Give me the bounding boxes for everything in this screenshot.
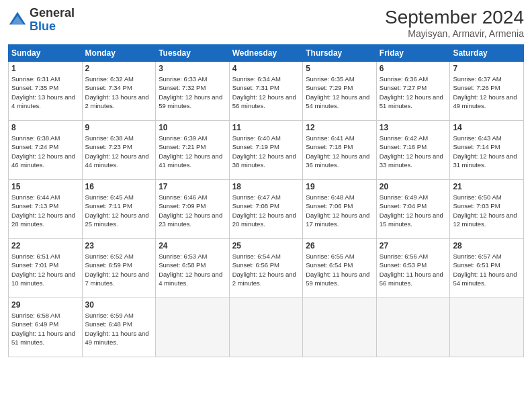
title-section: September 2024 Mayisyan, Armavir, Armeni… — [385, 7, 524, 39]
day-number: 4 — [232, 64, 300, 73]
header-row: Sunday Monday Tuesday Wednesday Thursday… — [9, 45, 524, 62]
day-number: 16 — [85, 182, 153, 191]
col-sunday: Sunday — [9, 45, 83, 62]
calendar-week-3: 15 Sunrise: 6:44 AM Sunset: 7:13 PM Dayl… — [9, 180, 524, 239]
day-info: Sunrise: 6:49 AM Sunset: 7:04 PM Dayligh… — [380, 193, 447, 228]
table-row: 27 Sunrise: 6:56 AM Sunset: 6:53 PM Dayl… — [376, 239, 450, 298]
table-row: 7 Sunrise: 6:37 AM Sunset: 7:26 PM Dayli… — [450, 62, 524, 121]
table-row: 4 Sunrise: 6:34 AM Sunset: 7:31 PM Dayli… — [229, 62, 303, 121]
table-row: 24 Sunrise: 6:53 AM Sunset: 6:58 PM Dayl… — [156, 239, 230, 298]
day-number: 24 — [159, 241, 226, 250]
table-row: 2 Sunrise: 6:32 AM Sunset: 7:34 PM Dayli… — [82, 62, 156, 121]
table-row: 26 Sunrise: 6:55 AM Sunset: 6:54 PM Dayl… — [303, 239, 377, 298]
table-row: 1 Sunrise: 6:31 AM Sunset: 7:35 PM Dayli… — [9, 62, 83, 121]
header: General Blue September 2024 Mayisyan, Ar… — [8, 7, 524, 39]
day-info: Sunrise: 6:58 AM Sunset: 6:49 PM Dayligh… — [11, 311, 79, 347]
table-row: 9 Sunrise: 6:38 AM Sunset: 7:23 PM Dayli… — [82, 121, 156, 180]
day-info: Sunrise: 6:52 AM Sunset: 6:59 PM Dayligh… — [85, 252, 153, 287]
day-number: 9 — [85, 123, 153, 132]
day-info: Sunrise: 6:55 AM Sunset: 6:54 PM Dayligh… — [306, 252, 373, 287]
page-container: General Blue September 2024 Mayisyan, Ar… — [0, 0, 532, 364]
table-row: 5 Sunrise: 6:35 AM Sunset: 7:29 PM Dayli… — [303, 62, 377, 121]
table-row: 29 Sunrise: 6:58 AM Sunset: 6:49 PM Dayl… — [9, 298, 83, 357]
table-row — [376, 298, 450, 357]
table-row: 17 Sunrise: 6:46 AM Sunset: 7:09 PM Dayl… — [156, 180, 230, 239]
col-monday: Monday — [82, 45, 156, 62]
day-info: Sunrise: 6:37 AM Sunset: 7:26 PM Dayligh… — [453, 75, 521, 110]
calendar-week-4: 22 Sunrise: 6:51 AM Sunset: 7:01 PM Dayl… — [9, 239, 524, 298]
day-info: Sunrise: 6:50 AM Sunset: 7:03 PM Dayligh… — [453, 193, 521, 228]
day-info: Sunrise: 6:53 AM Sunset: 6:58 PM Dayligh… — [159, 252, 226, 287]
day-number: 26 — [306, 241, 373, 250]
day-info: Sunrise: 6:43 AM Sunset: 7:14 PM Dayligh… — [453, 134, 521, 169]
day-info: Sunrise: 6:40 AM Sunset: 7:19 PM Dayligh… — [232, 134, 300, 169]
table-row: 8 Sunrise: 6:38 AM Sunset: 7:24 PM Dayli… — [9, 121, 83, 180]
day-number: 21 — [453, 182, 521, 191]
day-info: Sunrise: 6:46 AM Sunset: 7:09 PM Dayligh… — [159, 193, 226, 228]
day-info: Sunrise: 6:54 AM Sunset: 6:56 PM Dayligh… — [232, 252, 300, 287]
calendar-table: Sunday Monday Tuesday Wednesday Thursday… — [8, 44, 524, 357]
location: Mayisyan, Armavir, Armenia — [385, 28, 524, 39]
day-info: Sunrise: 6:41 AM Sunset: 7:18 PM Dayligh… — [306, 134, 373, 169]
col-tuesday: Tuesday — [156, 45, 230, 62]
table-row: 18 Sunrise: 6:47 AM Sunset: 7:08 PM Dayl… — [229, 180, 303, 239]
table-row — [229, 298, 303, 357]
day-info: Sunrise: 6:44 AM Sunset: 7:13 PM Dayligh… — [11, 193, 79, 228]
day-number: 1 — [11, 64, 79, 73]
calendar-body: 1 Sunrise: 6:31 AM Sunset: 7:35 PM Dayli… — [9, 62, 524, 357]
logo-text: General Blue — [30, 7, 75, 34]
table-row: 20 Sunrise: 6:49 AM Sunset: 7:04 PM Dayl… — [376, 180, 450, 239]
day-info: Sunrise: 6:36 AM Sunset: 7:27 PM Dayligh… — [380, 75, 447, 110]
table-row: 3 Sunrise: 6:33 AM Sunset: 7:32 PM Dayli… — [156, 62, 230, 121]
day-info: Sunrise: 6:38 AM Sunset: 7:23 PM Dayligh… — [85, 134, 153, 169]
logo-general-text: General — [30, 6, 75, 19]
logo-icon — [8, 11, 27, 30]
table-row: 14 Sunrise: 6:43 AM Sunset: 7:14 PM Dayl… — [450, 121, 524, 180]
table-row: 19 Sunrise: 6:48 AM Sunset: 7:06 PM Dayl… — [303, 180, 377, 239]
calendar-week-2: 8 Sunrise: 6:38 AM Sunset: 7:24 PM Dayli… — [9, 121, 524, 180]
day-number: 3 — [159, 64, 226, 73]
day-number: 29 — [11, 300, 79, 310]
table-row: 21 Sunrise: 6:50 AM Sunset: 7:03 PM Dayl… — [450, 180, 524, 239]
table-row: 23 Sunrise: 6:52 AM Sunset: 6:59 PM Dayl… — [82, 239, 156, 298]
day-number: 17 — [159, 182, 226, 191]
day-info: Sunrise: 6:35 AM Sunset: 7:29 PM Dayligh… — [306, 75, 373, 110]
day-info: Sunrise: 6:47 AM Sunset: 7:08 PM Dayligh… — [232, 193, 300, 228]
logo: General Blue — [8, 7, 75, 34]
day-info: Sunrise: 6:42 AM Sunset: 7:16 PM Dayligh… — [380, 134, 447, 169]
day-info: Sunrise: 6:59 AM Sunset: 6:48 PM Dayligh… — [85, 311, 153, 347]
table-row: 13 Sunrise: 6:42 AM Sunset: 7:16 PM Dayl… — [376, 121, 450, 180]
day-info: Sunrise: 6:51 AM Sunset: 7:01 PM Dayligh… — [11, 252, 79, 287]
table-row: 10 Sunrise: 6:39 AM Sunset: 7:21 PM Dayl… — [156, 121, 230, 180]
logo-blue-text: Blue — [30, 19, 56, 33]
table-row — [450, 298, 524, 357]
calendar-header: Sunday Monday Tuesday Wednesday Thursday… — [9, 45, 524, 62]
day-info: Sunrise: 6:34 AM Sunset: 7:31 PM Dayligh… — [232, 75, 300, 110]
calendar-week-5: 29 Sunrise: 6:58 AM Sunset: 6:49 PM Dayl… — [9, 298, 524, 357]
table-row: 16 Sunrise: 6:45 AM Sunset: 7:11 PM Dayl… — [82, 180, 156, 239]
day-number: 22 — [11, 241, 79, 250]
day-number: 11 — [232, 123, 300, 132]
table-row — [156, 298, 230, 357]
col-friday: Friday — [376, 45, 450, 62]
day-number: 13 — [380, 123, 447, 132]
day-info: Sunrise: 6:33 AM Sunset: 7:32 PM Dayligh… — [159, 75, 226, 110]
day-number: 7 — [453, 64, 521, 73]
day-number: 27 — [380, 241, 447, 250]
day-number: 15 — [11, 182, 79, 191]
day-info: Sunrise: 6:48 AM Sunset: 7:06 PM Dayligh… — [306, 193, 373, 228]
table-row: 11 Sunrise: 6:40 AM Sunset: 7:19 PM Dayl… — [229, 121, 303, 180]
day-number: 2 — [85, 64, 153, 73]
month-title: September 2024 — [385, 7, 524, 28]
day-number: 28 — [453, 241, 521, 250]
day-number: 10 — [159, 123, 226, 132]
table-row: 30 Sunrise: 6:59 AM Sunset: 6:48 PM Dayl… — [82, 298, 156, 357]
table-row — [303, 298, 377, 357]
day-info: Sunrise: 6:38 AM Sunset: 7:24 PM Dayligh… — [11, 134, 79, 169]
day-info: Sunrise: 6:56 AM Sunset: 6:53 PM Dayligh… — [380, 252, 447, 287]
day-number: 30 — [85, 300, 153, 310]
day-info: Sunrise: 6:57 AM Sunset: 6:51 PM Dayligh… — [453, 252, 521, 287]
day-number: 14 — [453, 123, 521, 132]
table-row: 25 Sunrise: 6:54 AM Sunset: 6:56 PM Dayl… — [229, 239, 303, 298]
table-row: 12 Sunrise: 6:41 AM Sunset: 7:18 PM Dayl… — [303, 121, 377, 180]
